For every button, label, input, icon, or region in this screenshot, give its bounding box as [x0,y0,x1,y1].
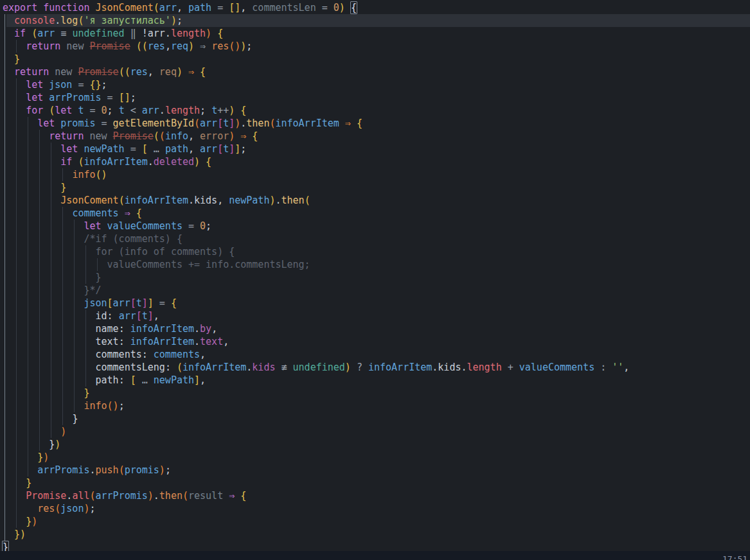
code-line[interactable]: for (info of comments) { [3,245,629,258]
code-token: , [223,336,229,347]
code-token: = [102,92,119,103]
code-token: valueComments += info.commentsLeng; [107,259,310,270]
code-line[interactable]: info(); [3,399,629,412]
code-token: } [14,529,20,540]
code-line[interactable]: } [3,181,629,194]
code-token: new [89,130,107,142]
code-token: { [240,105,246,116]
code-line[interactable]: if (arr ≡ undefined ‖ !arr.length) { [3,27,629,40]
code-line[interactable]: return new Promise((res, req) ⇒ { [3,66,629,78]
code-token: } [96,272,102,283]
code-token: } [26,477,31,489]
code-line[interactable]: } [3,53,629,66]
code-token: arrPromis [49,92,101,103]
code-line[interactable]: let valueComments = 0; [3,220,629,232]
code-token [3,156,60,168]
code-token [3,246,96,258]
code-line[interactable]: let arrPromis = []; [3,91,629,104]
code-line[interactable]: id: arr[t], [3,310,629,322]
code-line[interactable]: arrPromis.push(promis); [3,464,629,477]
code-line[interactable]: } [3,477,629,489]
code-line[interactable]: ) [3,425,629,438]
code-line[interactable]: comments ⇒ { [3,207,629,220]
code-token: req [171,40,188,52]
code-line[interactable]: commentsLeng: (infoArrItem.kids ≢ undefi… [3,361,629,374]
code-token [3,439,49,450]
code-token: ( [119,464,125,476]
code-line[interactable]: comments: comments, [3,348,629,361]
code-token: then [159,490,183,502]
code-token: ] [194,374,200,386]
code-line[interactable]: export function JsonComent(arr, path = [… [3,1,629,14]
code-line[interactable]: let promis = getElementById(arr[t]).then… [3,117,629,130]
code-token: export [3,2,37,13]
code-token: ) [43,451,49,463]
code-token: ) [159,464,165,476]
code-token: : [142,349,154,360]
code-area[interactable]: export function JsonComent(arr, path = [… [3,1,629,554]
code-line[interactable]: /*if (comments) { [3,232,629,245]
code-line[interactable]: let newPath = [ … path, arr[t]]; [3,143,629,155]
code-line[interactable]: }) [3,528,629,541]
code-line[interactable]: } [3,412,629,425]
code-line[interactable]: path: [ … newPath], [3,374,629,387]
code-token: ++ [217,105,229,116]
code-line[interactable]: if (infoArrItem.deleted) { [3,155,629,168]
code-line[interactable]: return new Promise((info, error) ⇒ { [3,130,629,143]
code-token: ( [183,490,188,502]
code-token: ) [235,118,240,129]
code-line[interactable]: }*/ [3,284,629,297]
code-editor[interactable]: export function JsonComent(arr, path = [… [0,0,750,560]
code-token [43,79,49,91]
code-token: arrPromis [37,464,89,476]
code-token [3,15,14,26]
code-token: valueComments [107,220,183,232]
code-line[interactable]: valueComments += info.commentsLeng; [3,258,629,271]
code-line[interactable]: json[arr[t]] = { [3,297,629,310]
code-token: ⇒ [339,118,357,129]
code-line[interactable]: text: infoArrItem.text, [3,335,629,348]
code-token: ) [20,529,26,540]
code-token: let [26,92,43,103]
code-token: ) [55,439,60,450]
code-line[interactable]: name: infoArrItem.by, [3,322,629,335]
code-line[interactable]: } [3,271,629,284]
code-token: } [49,439,55,450]
code-token: { [171,297,177,309]
code-token: [] [119,92,130,103]
code-token: return [14,66,49,78]
code-line[interactable]: console.log('я запустилась'); [3,14,629,27]
code-token: = [316,2,334,13]
code-token: for [26,105,43,116]
code-line[interactable]: return new Promise ((res,req) ⇒ res()); [3,40,629,53]
code-token [3,529,14,540]
code-line[interactable]: for (let t = 0; t < arr.length; t++) { [3,104,629,117]
code-line[interactable]: Promise.all(arrPromis).then(result ⇒ { [3,489,629,502]
code-token: getElementById [113,118,194,129]
code-token: … [136,374,154,386]
code-line[interactable]: JsonComent(infoArrItem.kids, newPath).th… [3,194,629,207]
code-line[interactable]: res(json); [3,502,629,515]
code-token: all [72,490,89,502]
code-token [3,220,84,232]
code-token [3,297,84,309]
code-token: } [60,182,66,193]
code-token [3,323,96,335]
code-line[interactable]: let json = {}; [3,78,629,91]
code-line[interactable]: }) [3,451,629,464]
code-line[interactable]: }) [3,438,629,451]
code-token: ; [130,92,136,103]
code-token: = [211,2,229,13]
code-line[interactable]: } [3,387,629,399]
code-token [89,2,95,13]
code-token [211,28,217,39]
code-token: = [183,220,200,232]
code-token: [ [130,374,136,386]
code-line[interactable]: }) [3,515,629,528]
code-token: = [72,79,89,91]
code-token: ) [188,40,194,52]
code-token: { [200,66,206,78]
code-line[interactable]: info() [3,168,629,181]
code-token: let [55,105,72,116]
code-token: ] [148,310,154,322]
